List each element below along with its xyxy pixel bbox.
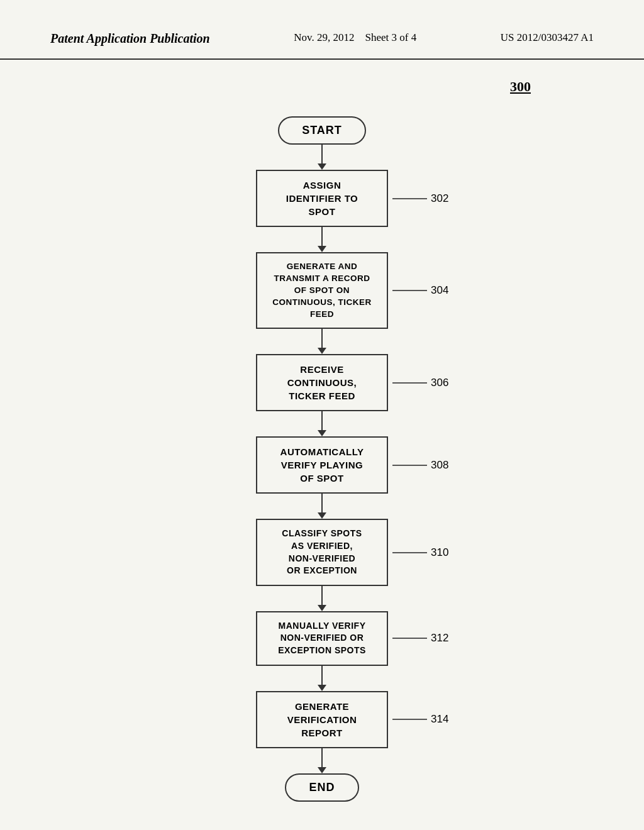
arrow-306-308 <box>318 411 326 436</box>
label-312: 312 <box>392 632 448 645</box>
step-row-312: MANUALLY VERIFY NON-VERIFIED OR EXCEPTIO… <box>256 611 388 666</box>
label-308: 308 <box>392 459 448 472</box>
start-oval: START <box>278 116 366 145</box>
label-310: 310 <box>392 546 448 559</box>
patent-header: Patent Application Publication Nov. 29, … <box>0 0 644 60</box>
arrow-314-end <box>318 748 326 773</box>
arrow-312-314 <box>318 666 326 691</box>
step-row-304: GENERATE AND TRANSMIT A RECORD OF SPOT O… <box>256 252 388 329</box>
header-left-title: Patent Application Publication <box>50 31 210 46</box>
step-row-302: ASSIGN IDENTIFIER TO SPOT 302 <box>256 170 388 227</box>
box-302: ASSIGN IDENTIFIER TO SPOT <box>256 170 388 227</box>
end-oval: END <box>285 773 358 802</box>
arrow-304-306 <box>318 329 326 354</box>
step-row-310: CLASSIFY SPOTS AS VERIFIED, NON-VERIFIED… <box>256 519 388 585</box>
box-304: GENERATE AND TRANSMIT A RECORD OF SPOT O… <box>256 252 388 329</box>
label-302: 302 <box>392 192 448 205</box>
patent-page: Patent Application Publication Nov. 29, … <box>0 0 644 830</box>
step-row-308: AUTOMATICALLY VERIFY PLAYING OF SPOT 308 <box>256 436 388 494</box>
box-310: CLASSIFY SPOTS AS VERIFIED, NON-VERIFIED… <box>256 519 388 585</box>
header-center-info: Nov. 29, 2012 Sheet 3 of 4 <box>294 31 416 44</box>
header-right-patent: US 2012/0303427 A1 <box>501 31 594 44</box>
flowchart: START ASSIGN IDENTIFIER TO SPOT 302 GENE… <box>0 79 644 830</box>
arrow-310-312 <box>318 586 326 611</box>
header-date: Nov. 29, 2012 <box>294 31 354 43</box>
arrow-start-302 <box>318 145 326 170</box>
box-308: AUTOMATICALLY VERIFY PLAYING OF SPOT <box>256 436 388 494</box>
box-306: RECEIVE CONTINUOUS, TICKER FEED <box>256 354 388 411</box>
label-306: 306 <box>392 377 448 389</box>
diagram-area: 300 START ASSIGN IDENTIFIER TO SPOT 302 … <box>0 60 644 830</box>
box-314: GENERATE VERIFICATION REPORT <box>256 691 388 748</box>
arrow-302-304 <box>318 227 326 252</box>
arrow-308-310 <box>318 494 326 519</box>
box-312: MANUALLY VERIFY NON-VERIFIED OR EXCEPTIO… <box>256 611 388 666</box>
label-304: 304 <box>392 284 448 297</box>
header-sheet: Sheet 3 of 4 <box>365 31 416 43</box>
step-row-314: GENERATE VERIFICATION REPORT 314 <box>256 691 388 748</box>
label-314: 314 <box>392 713 448 726</box>
step-row-306: RECEIVE CONTINUOUS, TICKER FEED 306 <box>256 354 388 411</box>
